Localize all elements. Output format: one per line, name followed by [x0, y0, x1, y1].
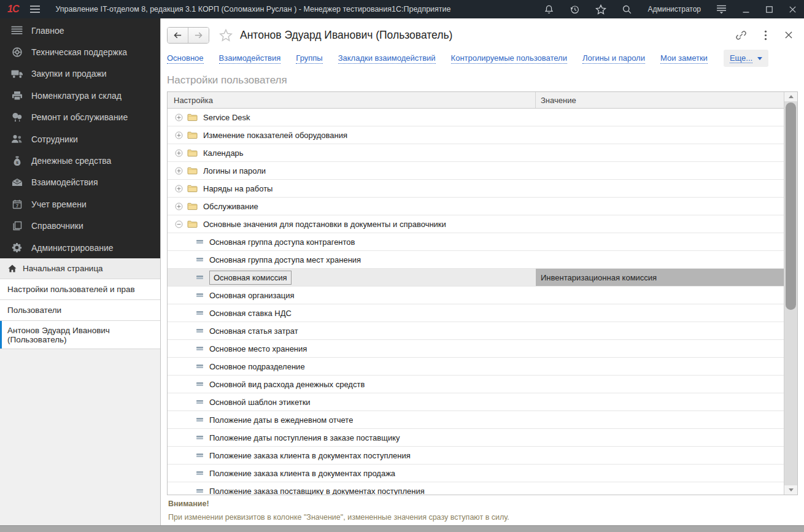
setting-value-cell[interactable] — [536, 198, 784, 215]
setting-value-cell[interactable] — [536, 162, 784, 179]
back-button[interactable] — [168, 28, 188, 43]
nav-link[interactable]: Контролируемые пользователи — [451, 53, 567, 64]
setting-value-cell[interactable] — [536, 465, 784, 482]
forward-button[interactable] — [188, 28, 209, 43]
minimize-icon[interactable] — [742, 6, 750, 13]
settings-group-row[interactable]: Наряды на работы — [168, 180, 784, 198]
more-button[interactable]: Еще... — [724, 50, 768, 67]
sidebar-item[interactable]: sДенежные средства — [0, 150, 160, 171]
settings-item-row[interactable]: Положение заказа клиента в документах по… — [168, 447, 784, 465]
get-link-icon[interactable] — [735, 29, 747, 41]
setting-name-cell: Основная статья затрат — [168, 322, 536, 339]
sidebar-item[interactable]: Закупки и продажи — [0, 63, 160, 85]
notifications-bell-icon[interactable] — [544, 4, 554, 15]
more-button-label: Еще... — [730, 53, 752, 63]
setting-value-cell[interactable] — [536, 340, 784, 357]
scrollbar-track[interactable] — [784, 101, 797, 485]
more-actions-kebab-icon[interactable] — [764, 30, 767, 40]
settings-group-row[interactable]: Service Desk — [168, 109, 784, 126]
expand-icon[interactable] — [175, 149, 183, 157]
setting-value-cell[interactable] — [536, 393, 784, 411]
settings-group-row[interactable]: Основные значения для подстановки в доку… — [168, 215, 784, 233]
favorites-star-icon[interactable] — [595, 4, 606, 15]
settings-item-row[interactable]: Основная ставка НДС — [168, 304, 784, 322]
setting-value-cell[interactable] — [536, 358, 784, 375]
leaf-icon — [196, 291, 204, 299]
setting-value-cell[interactable] — [536, 429, 784, 446]
settings-item-row[interactable]: Положение заказа поставщику в документах… — [168, 482, 784, 495]
window-tab[interactable]: Начальная страница — [0, 258, 160, 279]
sidebar-item[interactable]: Справочники — [0, 215, 160, 237]
nav-link[interactable]: Логины и пароли — [582, 53, 645, 64]
settings-group-row[interactable]: Календарь — [168, 144, 784, 162]
settings-item-row[interactable]: Положение даты поступления в заказе пост… — [168, 429, 784, 447]
settings-group-row[interactable]: Логины и пароли — [168, 162, 784, 180]
leaf-icon — [196, 274, 204, 281]
sidebar-item[interactable]: Главное — [0, 20, 160, 41]
settings-item-row[interactable]: Основная организация — [168, 287, 784, 304]
nav-link[interactable]: Взаимодействия — [219, 53, 281, 64]
settings-group-row[interactable]: Обслуживание — [168, 198, 784, 215]
settings-item-row[interactable]: Основное место хранения — [168, 340, 784, 358]
setting-value-cell[interactable] — [536, 109, 784, 126]
nav-link[interactable]: Закладки взаимодействий — [338, 53, 436, 64]
sidebar-item[interactable]: Номенклатура и склад — [0, 85, 160, 106]
favorite-star-icon[interactable] — [219, 29, 233, 42]
settings-item-row[interactable]: Положение даты в ежедневном отчете — [168, 411, 784, 429]
window-tab[interactable]: Настройки пользователей и прав — [0, 279, 160, 300]
expand-icon[interactable] — [175, 167, 183, 175]
setting-value-cell[interactable] — [536, 287, 784, 304]
setting-value-cell[interactable] — [536, 180, 784, 197]
setting-value-cell[interactable] — [536, 126, 784, 144]
scrollbar-thumb[interactable] — [786, 102, 796, 310]
setting-value-cell[interactable] — [536, 233, 784, 250]
expand-icon[interactable] — [175, 114, 183, 121]
expand-icon[interactable] — [175, 131, 183, 139]
close-form-icon[interactable] — [784, 31, 793, 39]
sidebar-item[interactable]: Техническая поддержка — [0, 41, 160, 63]
nav-link[interactable]: Мои заметки — [660, 53, 708, 64]
setting-value-cell[interactable] — [536, 144, 784, 161]
search-icon[interactable] — [622, 4, 632, 15]
settings-item-row[interactable]: Основной шаблон этикетки — [168, 393, 784, 411]
setting-value-cell[interactable] — [536, 251, 784, 268]
window-tab[interactable]: Антонов Эдуард Иванович (Пользователь) — [0, 321, 160, 349]
hamburger-menu-icon[interactable] — [29, 5, 41, 13]
settings-item-row[interactable]: Положение заказа клиента в документах пр… — [168, 465, 784, 482]
scroll-up-button[interactable] — [784, 92, 797, 101]
setting-value-cell[interactable] — [536, 322, 784, 339]
settings-item-row[interactable]: Основная группа доступа контрагентов — [168, 233, 784, 251]
sidebar-item[interactable]: Взаимодействия — [0, 172, 160, 193]
settings-group-row[interactable]: Изменение показателей оборудования — [168, 126, 784, 144]
settings-item-row[interactable]: Основной вид расхода денежных средств — [168, 376, 784, 393]
setting-value-cell[interactable] — [536, 376, 784, 393]
scroll-down-button[interactable] — [784, 485, 797, 495]
setting-value-cell[interactable] — [536, 447, 784, 464]
setting-value-cell[interactable] — [536, 411, 784, 428]
settings-item-row[interactable]: Основное подразделение — [168, 358, 784, 376]
sidebar-item[interactable]: Ремонт и обслуживание — [0, 107, 160, 128]
nav-link[interactable]: Основное — [167, 53, 204, 64]
expand-icon[interactable] — [175, 185, 183, 193]
close-window-icon[interactable] — [789, 6, 797, 13]
sidebar-item[interactable]: 7Учет времени — [0, 193, 160, 215]
balloons-icon — [10, 112, 23, 122]
expand-icon[interactable] — [175, 202, 183, 210]
setting-value-cell[interactable] — [536, 482, 784, 495]
setting-label: Основной вид расхода денежных средств — [209, 380, 365, 389]
main-menu-icon[interactable] — [716, 4, 727, 14]
setting-value-cell[interactable] — [536, 304, 784, 322]
nav-link[interactable]: Группы — [296, 53, 322, 64]
settings-item-row[interactable]: Основная комиссияИнвентаризационная коми… — [168, 269, 784, 287]
setting-value-cell[interactable] — [536, 215, 784, 233]
maximize-icon[interactable] — [765, 6, 773, 13]
setting-value-cell[interactable]: Инвентаризационная комиссия — [536, 269, 784, 286]
sidebar-item[interactable]: Сотрудники — [0, 128, 160, 150]
sidebar-item[interactable]: Администрирование — [0, 237, 160, 258]
setting-name-cell: Основная ставка НДС — [168, 304, 536, 322]
settings-item-row[interactable]: Основная группа доступа мест хранения — [168, 251, 784, 269]
collapse-icon[interactable] — [175, 220, 183, 228]
settings-item-row[interactable]: Основная статья затрат — [168, 322, 784, 340]
window-tab[interactable]: Пользователи — [0, 300, 160, 321]
history-icon[interactable] — [570, 4, 580, 15]
